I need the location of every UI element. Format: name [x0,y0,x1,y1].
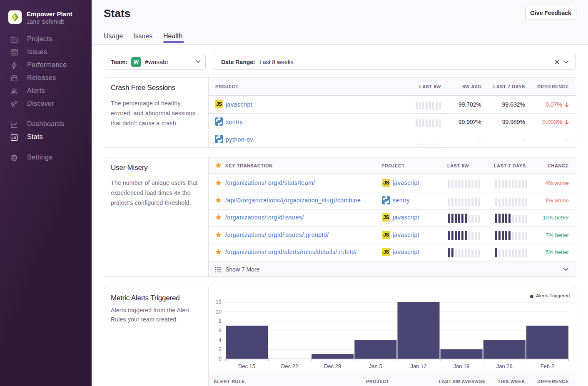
svg-text:Dec 15: Dec 15 [238,363,255,369]
svg-text:8: 8 [219,318,222,324]
svg-text:Jan 5: Jan 5 [369,363,382,369]
svg-text:12: 12 [216,299,222,305]
svg-text:4: 4 [219,337,222,343]
svg-text:2: 2 [219,346,222,352]
svg-text:Feb 2: Feb 2 [541,363,554,369]
svg-text:Jan 19: Jan 19 [453,363,469,369]
svg-text:6: 6 [219,327,222,334]
svg-text:Dec 29: Dec 29 [324,363,341,369]
svg-text:Jan 12: Jan 12 [410,363,426,369]
svg-text:Dec 22: Dec 22 [281,363,298,369]
svg-text:Jan 26: Jan 26 [496,363,513,369]
svg-text:10: 10 [216,309,222,315]
svg-text:0: 0 [219,356,222,362]
